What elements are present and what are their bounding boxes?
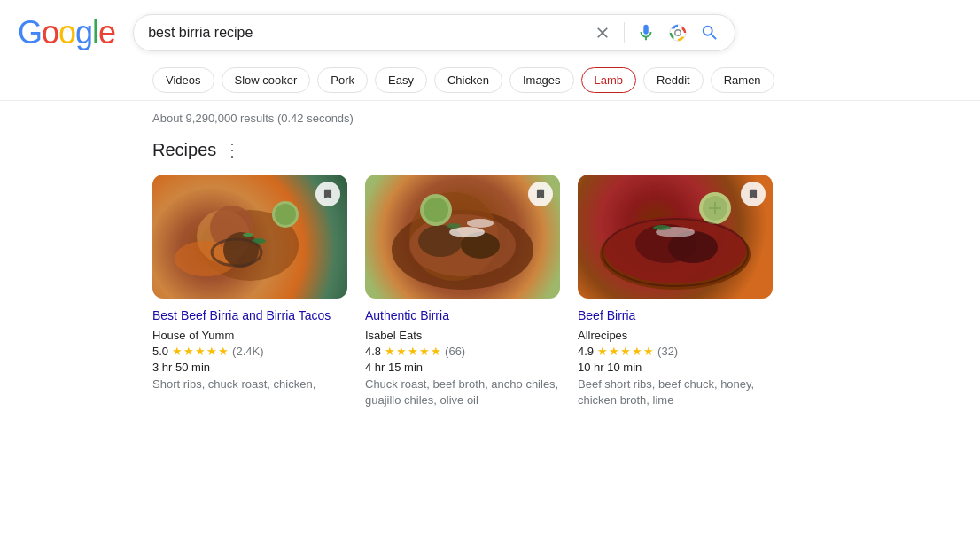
logo-g2: g [75, 14, 92, 51]
stars-3: ★ ★ ★ ★ ★ [597, 345, 654, 358]
recipe-ingredients-3: Beef short ribs, beef chuck, honey, chic… [578, 376, 773, 408]
bookmark-icon-3 [747, 188, 759, 200]
logo-o1: o [42, 14, 58, 51]
recipe-card-3: Beef Birria Allrecipes 4.9 ★ ★ ★ ★ ★ (32… [578, 175, 773, 408]
star-3-5: ★ [643, 345, 654, 358]
star-2-2: ★ [396, 345, 407, 358]
result-count: About 9,290,000 results (0.42 seconds) [152, 112, 962, 125]
search-icon [700, 23, 719, 43]
search-input[interactable] [148, 25, 583, 41]
rating-number-1: 5.0 [152, 345, 168, 358]
recipe-title-1[interactable]: Best Beef Birria and Birria Tacos [152, 307, 347, 325]
recipe-source-3: Allrecipes [578, 329, 773, 342]
section-title: Recipes [152, 140, 216, 160]
clear-button[interactable] [592, 22, 613, 43]
rating-count-1: (2.4K) [232, 345, 263, 358]
recipe-source-1: House of Yumm [152, 329, 347, 342]
google-lens-icon [668, 23, 688, 43]
bookmark-button-1[interactable] [315, 182, 340, 206]
svg-point-21 [447, 223, 461, 229]
more-options-icon[interactable]: ⋮ [223, 139, 241, 160]
star-3-1: ★ [597, 345, 608, 358]
recipe-rating-row-1: 5.0 ★ ★ ★ ★ ★ (2.4K) [152, 345, 347, 358]
bookmark-icon-2 [534, 188, 547, 200]
recipe-image-3[interactable] [578, 175, 773, 299]
chip-chicken[interactable]: Chicken [434, 67, 502, 93]
recipe-source-2: Isabel Eats [365, 329, 560, 342]
voice-search-button[interactable] [635, 22, 657, 43]
star-2-1: ★ [385, 345, 395, 358]
chip-reddit[interactable]: Reddit [643, 67, 704, 93]
star-2-5: ★ [431, 345, 441, 358]
recipe-title-3[interactable]: Beef Birria [578, 307, 773, 325]
logo-o2: o [58, 14, 75, 51]
svg-point-10 [243, 233, 253, 237]
bookmark-icon-1 [322, 188, 334, 200]
results-area: About 9,290,000 results (0.42 seconds) R… [0, 101, 980, 426]
chip-images[interactable]: Images [509, 67, 574, 93]
recipe-rating-row-2: 4.8 ★ ★ ★ ★ ★ (66) [365, 345, 560, 358]
search-divider [624, 22, 625, 43]
recipe-card-1: Best Beef Birria and Birria Tacos House … [152, 175, 347, 408]
star-1-3: ★ [195, 345, 206, 358]
search-bar [133, 14, 735, 51]
star-1-2: ★ [183, 345, 194, 358]
recipe-card-2: Authentic Birria Isabel Eats 4.8 ★ ★ ★ ★… [365, 175, 560, 408]
search-bar-icons [592, 22, 720, 43]
chip-slow-cooker[interactable]: Slow cooker [222, 67, 311, 93]
star-1-5: ★ [218, 345, 229, 358]
bookmark-button-2[interactable] [528, 182, 553, 206]
recipe-ingredients-2: Chuck roast, beef broth, ancho chiles, g… [365, 376, 560, 408]
logo-g: G [18, 14, 42, 51]
google-logo[interactable]: Google [18, 14, 115, 51]
bookmark-button-3[interactable] [741, 182, 766, 206]
lens-button[interactable] [667, 22, 688, 43]
stars-1: ★ ★ ★ ★ ★ [172, 345, 229, 358]
rating-count-2: (66) [445, 345, 465, 358]
rating-number-3: 4.9 [578, 345, 594, 358]
svg-point-18 [424, 198, 448, 222]
chip-ramen[interactable]: Ramen [711, 67, 774, 93]
svg-point-0 [670, 25, 686, 41]
microphone-icon [636, 23, 656, 43]
rating-number-2: 4.8 [365, 345, 381, 358]
recipe-image-2[interactable] [365, 175, 560, 299]
star-2-3: ★ [408, 345, 418, 358]
star-3-2: ★ [609, 345, 619, 358]
recipe-time-3: 10 hr 10 min [578, 361, 773, 374]
star-3-3: ★ [620, 345, 631, 358]
chips-row: Videos Slow cooker Pork Easy Chicken Ima… [0, 60, 980, 101]
close-icon [594, 24, 611, 42]
recipe-rating-row-3: 4.9 ★ ★ ★ ★ ★ (32) [578, 345, 773, 358]
recipe-image-1[interactable] [152, 175, 347, 299]
stars-2: ★ ★ ★ ★ ★ [385, 345, 441, 358]
recipe-time-2: 4 hr 15 min [365, 361, 560, 374]
chip-pork[interactable]: Pork [317, 67, 368, 93]
header: Google [0, 0, 980, 60]
search-bar-container [133, 14, 735, 51]
star-2-4: ★ [419, 345, 430, 358]
logo-e: e [98, 14, 115, 51]
rating-count-3: (32) [657, 345, 678, 358]
recipe-time-1: 3 hr 50 min [152, 361, 347, 374]
recipe-cards: Best Beef Birria and Birria Tacos House … [152, 175, 962, 408]
svg-point-20 [467, 219, 494, 228]
recipe-ingredients-1: Short ribs, chuck roast, chicken, [152, 376, 347, 392]
svg-point-1 [675, 30, 681, 35]
svg-point-27 [653, 225, 671, 230]
star-1-1: ★ [172, 345, 183, 358]
recipe-title-2[interactable]: Authentic Birria [365, 307, 560, 325]
svg-point-8 [275, 204, 296, 225]
chip-lamb[interactable]: Lamb [581, 67, 637, 93]
star-3-4: ★ [632, 345, 642, 358]
search-button[interactable] [699, 22, 720, 43]
chip-easy[interactable]: Easy [375, 67, 427, 93]
star-1-4: ★ [206, 345, 217, 358]
chip-videos[interactable]: Videos [152, 67, 214, 93]
section-title-row: Recipes ⋮ [152, 139, 962, 160]
logo-l: l [92, 14, 98, 51]
